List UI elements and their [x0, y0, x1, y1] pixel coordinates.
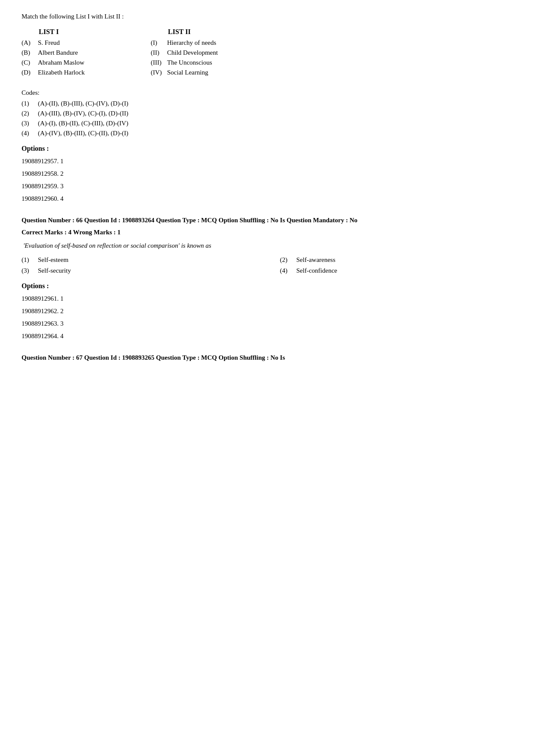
q66-opt-text-4: Self-confidence — [296, 267, 337, 274]
list-item: (III) The Unconscious — [151, 59, 245, 66]
q66-opt-num-2: (2) — [280, 256, 296, 264]
code-num-2: (2) — [22, 110, 38, 117]
q66-meta: Question Number : 66 Question Id : 19088… — [22, 215, 512, 225]
q65-options-heading: Options : — [22, 145, 512, 152]
q66-options-grid: (1) Self-esteem (2) Self-awareness (3) S… — [22, 256, 512, 274]
q65-option-4[interactable]: 19088912960. 4 — [22, 195, 512, 202]
q65-option-3[interactable]: 19088912959. 3 — [22, 183, 512, 190]
q66-answer-option-3[interactable]: 19088912963. 3 — [22, 320, 512, 327]
codes-label: Codes: — [22, 89, 512, 96]
list2-header: LIST II — [151, 28, 245, 36]
q66-option-item: (4) Self-confidence — [280, 267, 512, 274]
q66-opt-text-2: Self-awareness — [296, 256, 335, 264]
code-item: (3) (A)-(I), (B)-(II), (C)-(III), (D)-(I… — [22, 120, 512, 127]
list-item: (C) Abraham Maslow — [22, 59, 116, 66]
list-item: (A) S. Freud — [22, 39, 116, 47]
code-text-3: (A)-(I), (B)-(II), (C)-(III), (D)-(IV) — [38, 120, 512, 127]
q65-option-1[interactable]: 19088912957. 1 — [22, 158, 512, 165]
code-text-2: (A)-(III), (B)-(IV), (C)-(I), (D)-(II) — [38, 110, 512, 117]
q65-option-2[interactable]: 19088912958. 2 — [22, 170, 512, 177]
list1-text-a: S. Freud — [38, 39, 116, 47]
code-item: (4) (A)-(IV), (B)-(III), (C)-(II), (D)-(… — [22, 130, 512, 137]
list-item: (II) Child Development — [151, 49, 245, 56]
code-text-4: (A)-(IV), (B)-(III), (C)-(II), (D)-(I) — [38, 130, 512, 137]
q66-opt-text-1: Self-esteem — [38, 256, 68, 264]
list2-text-iii: The Unconscious — [167, 59, 245, 66]
list1-label-b: (B) — [22, 49, 38, 56]
code-item: (1) (A)-(II), (B)-(III), (C)-(IV), (D)-(… — [22, 100, 512, 107]
code-text-1: (A)-(II), (B)-(III), (C)-(IV), (D)-(I) — [38, 100, 512, 107]
q66-answer-option-1[interactable]: 19088912961. 1 — [22, 295, 512, 302]
q67-meta: Question Number : 67 Question Id : 19088… — [22, 353, 512, 363]
q66-option-item: (3) Self-security — [22, 267, 254, 274]
list1-col: LIST I (A) S. Freud (B) Albert Bandure (… — [22, 28, 116, 79]
list2-label-i: (I) — [151, 39, 167, 47]
list2-text-iv: Social Learning — [167, 69, 245, 76]
q65-lists: LIST I (A) S. Freud (B) Albert Bandure (… — [22, 28, 512, 79]
list1-label-d: (D) — [22, 69, 38, 76]
list-item: (D) Elizabeth Harlock — [22, 69, 116, 76]
q66-opt-text-3: Self-security — [38, 267, 71, 274]
code-num-3: (3) — [22, 120, 38, 127]
q66-opt-num-4: (4) — [280, 267, 296, 274]
list2-label-iv: (IV) — [151, 69, 167, 76]
list2-text-ii: Child Development — [167, 49, 245, 56]
code-num-4: (4) — [22, 130, 38, 137]
q66-opt-num-1: (1) — [22, 256, 38, 264]
list2-text-i: Hierarchy of needs — [167, 39, 245, 47]
code-num-1: (1) — [22, 100, 38, 107]
q65-instruction: Match the following List I with List II … — [22, 13, 512, 20]
list1-text-d: Elizabeth Harlock — [38, 69, 116, 76]
list1-label-a: (A) — [22, 39, 38, 47]
list2-label-ii: (II) — [151, 49, 167, 56]
q66-question-text: 'Evaluation of self-based on reflection … — [22, 242, 512, 249]
list2-label-iii: (III) — [151, 59, 167, 66]
list-item: (I) Hierarchy of needs — [151, 39, 245, 47]
q66-option-item: (1) Self-esteem — [22, 256, 254, 264]
list2-col: LIST II (I) Hierarchy of needs (II) Chil… — [151, 28, 245, 79]
list-item: (B) Albert Bandure — [22, 49, 116, 56]
list1-text-c: Abraham Maslow — [38, 59, 116, 66]
q66-option-item: (2) Self-awareness — [280, 256, 512, 264]
list1-header: LIST I — [22, 28, 116, 36]
q66-marks: Correct Marks : 4 Wrong Marks : 1 — [22, 229, 512, 236]
q66-answer-option-4[interactable]: 19088912964. 4 — [22, 333, 512, 340]
q66-options-heading: Options : — [22, 282, 512, 290]
codes-section: Codes: (1) (A)-(II), (B)-(III), (C)-(IV)… — [22, 89, 512, 137]
q66-opt-num-3: (3) — [22, 267, 38, 274]
list1-label-c: (C) — [22, 59, 38, 66]
list-item: (IV) Social Learning — [151, 69, 245, 76]
q66-answer-option-2[interactable]: 19088912962. 2 — [22, 308, 512, 315]
code-item: (2) (A)-(III), (B)-(IV), (C)-(I), (D)-(I… — [22, 110, 512, 117]
list1-text-b: Albert Bandure — [38, 49, 116, 56]
